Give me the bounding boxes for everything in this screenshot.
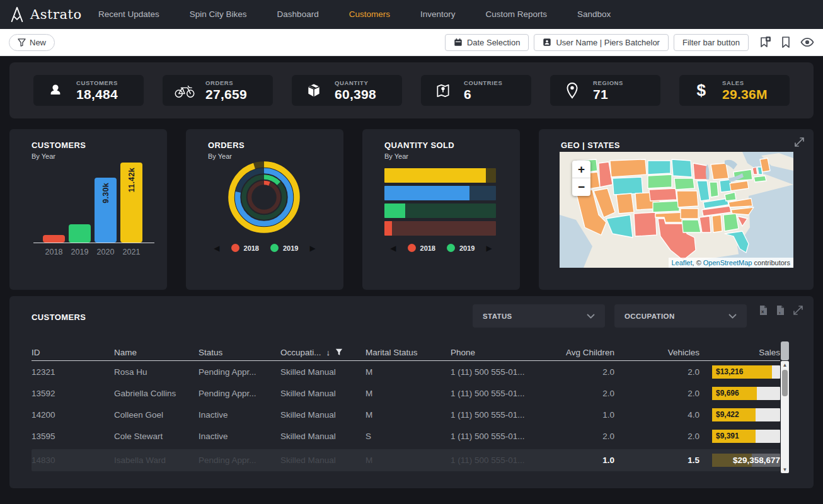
hbar-fill-2019	[384, 203, 405, 218]
kpi-label: COUNTRIES	[464, 79, 502, 86]
nav-item-spin-city-bikes[interactable]: Spin City Bikes	[175, 0, 262, 29]
legend-item-2019: 2019	[270, 244, 298, 252]
cell-vehicles: 4.0	[614, 410, 699, 420]
nav-item-sandbox[interactable]: Sandbox	[562, 0, 626, 29]
sales-bar-value: $9,422	[716, 410, 739, 419]
person-icon	[45, 83, 66, 99]
scroll-up-arrow[interactable]: ▲	[781, 361, 789, 369]
table-row[interactable]: 14200Colleen GoelInactiveSkilled ManualM…	[32, 404, 780, 425]
col-header-phone[interactable]: Phone	[451, 348, 545, 357]
col-header-name[interactable]: Name	[114, 348, 199, 357]
svg-text:$: $	[697, 82, 706, 100]
map-zoom-in-button[interactable]: +	[572, 161, 590, 178]
scroll-down-arrow[interactable]: ▼	[781, 466, 789, 473]
bar-2021[interactable]: 11.42k	[120, 163, 142, 243]
filter-bar-button[interactable]: Filter bar button	[674, 34, 749, 51]
legend-dot	[447, 244, 455, 252]
column-filter-icon[interactable]	[335, 348, 343, 356]
nav-item-inventory[interactable]: Inventory	[405, 0, 471, 29]
bar-2018[interactable]	[43, 235, 65, 243]
map-zoom-out-button[interactable]: −	[572, 178, 590, 196]
cell-occupati: Skilled Manual	[280, 389, 365, 398]
col-header-occupati[interactable]: Occupati...↓	[280, 348, 365, 357]
table-scrollbar[interactable]: ▲ ▼	[781, 361, 789, 473]
expand-icon[interactable]	[793, 305, 803, 316]
col-header-id[interactable]: ID	[32, 348, 114, 357]
cell-name: Cole Stewart	[114, 432, 199, 441]
export-excel-icon[interactable]: x	[759, 305, 768, 316]
hbar-2020[interactable]	[384, 186, 496, 200]
totals-avg-children: 1.0	[545, 455, 614, 465]
legend-next-arrow[interactable]: ▶	[309, 244, 315, 252]
col-header-status[interactable]: Status	[199, 348, 280, 357]
scrollbar-thumb[interactable]	[782, 370, 788, 396]
svg-text:,: ,	[779, 308, 781, 314]
cell-phone: 1 (11) 500 555-01...	[451, 367, 545, 377]
bookmark-icon[interactable]	[780, 36, 791, 49]
map-zoom-control: + −	[572, 161, 590, 196]
expand-icon[interactable]	[794, 137, 805, 147]
panel-title: GEO | STATES	[561, 140, 620, 150]
bar-2020[interactable]: 9.30k	[95, 178, 117, 243]
date-selection-button[interactable]: Date Selection	[445, 34, 529, 51]
leaflet-link[interactable]: Leaflet	[672, 259, 693, 266]
x-axis-label: 2021	[120, 248, 142, 256]
status-filter-dropdown[interactable]: STATUS	[473, 304, 605, 328]
hbar-fill-2021	[384, 168, 486, 183]
donut-track-2018	[250, 183, 279, 212]
export-csv-icon[interactable]: ,	[776, 305, 785, 316]
new-filter-button[interactable]: New	[9, 34, 55, 51]
brand[interactable]: Astrato	[0, 6, 83, 23]
bicycle-icon	[174, 83, 195, 98]
cell-vehicles: 2.0	[614, 432, 699, 441]
table-row[interactable]: 13595Cole StewartInactiveSkilled ManualS…	[32, 425, 780, 447]
cell-marital-status: S	[365, 432, 451, 441]
col-header-label: Occupati...	[280, 348, 321, 357]
table-row[interactable]: 12321Rosa HuPending Appr...Skilled Manua…	[32, 361, 780, 382]
brand-name: Astrato	[30, 7, 82, 22]
legend-prev-arrow[interactable]: ◀	[390, 244, 396, 252]
chart-legend: ◀20182019▶	[362, 244, 520, 252]
user-name-button[interactable]: User Name | Piers Batchelor	[534, 34, 669, 51]
calendar-icon	[454, 38, 463, 47]
nav-item-recent-updates[interactable]: Recent Updates	[83, 0, 175, 29]
table-row[interactable]: 13592Gabriella CollinsPending Appr...Ski…	[32, 382, 780, 404]
legend-dot	[408, 244, 416, 252]
col-header-marital-status[interactable]: Marital Status	[365, 348, 451, 357]
orders-by-year-panel: ORDERS By Year ◀20182019▶	[186, 129, 343, 290]
hbar-2019[interactable]	[384, 203, 496, 218]
osm-link[interactable]: OpenStreetMap	[703, 259, 752, 266]
cell-marital-status: M	[365, 389, 451, 398]
kpi-label: ORDERS	[205, 79, 247, 86]
hbar-2018[interactable]	[384, 221, 496, 236]
col-header-avg-children[interactable]: Avg Children	[545, 348, 614, 357]
cell-id: 13592	[32, 389, 114, 398]
occupation-filter-dropdown[interactable]: OCCUPATION	[614, 304, 747, 328]
dropdown-label: OCCUPATION	[624, 312, 675, 320]
leaflet-map[interactable]: + − Leaflet, © OpenStreetMap contributor…	[560, 152, 793, 268]
nav-item-customers[interactable]: Customers	[334, 0, 405, 29]
sort-desc-icon[interactable]: ↓	[326, 348, 331, 357]
bar-2019[interactable]	[69, 224, 91, 243]
kpi-value: 29.36M	[722, 87, 768, 102]
col-header-sales[interactable]: Sales	[699, 348, 780, 357]
kpi-value: 71	[593, 87, 623, 102]
bookmark-add-icon[interactable]	[759, 36, 771, 49]
col-header-vehicles[interactable]: Vehicles	[614, 348, 699, 357]
table-totals-row: 14830Isabella WardPending Appr...Skilled…	[32, 449, 780, 471]
bar-value-label: 9.30k	[101, 183, 110, 203]
nav-item-custom-reports[interactable]: Custom Reports	[470, 0, 562, 29]
eye-icon[interactable]	[800, 37, 814, 47]
nav-item-dashboard[interactable]: Dashboard	[262, 0, 334, 29]
cell-avg-children: 1.0	[545, 410, 614, 420]
cell-marital-status: M	[365, 367, 451, 377]
kpi-value: 18,484	[76, 87, 118, 102]
legend-prev-arrow[interactable]: ◀	[214, 244, 219, 252]
hbar-2021[interactable]	[384, 168, 496, 183]
kpi-card-sales: $SALES29.36M	[679, 75, 790, 106]
legend-next-arrow[interactable]: ▶	[486, 244, 492, 252]
x-axis-label: 2020	[95, 248, 117, 256]
quantity-hbar-chart: ◀20182019▶	[362, 129, 520, 290]
cell-marital-status: M	[365, 410, 451, 420]
donut-arc-2021[interactable]	[231, 164, 297, 230]
